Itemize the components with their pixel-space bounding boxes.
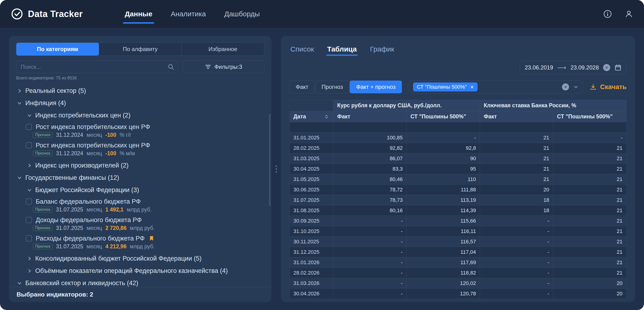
indicator-label[interactable]: Доходы федерального бюджета РФ [36,216,142,224]
chip-remove-icon[interactable]: ✕ [470,84,474,90]
filters-button[interactable]: Фильтры:3 [183,60,264,73]
nav-tab[interactable]: Аналитика [169,0,208,28]
group-header: Курс рубля к доллару США, руб./долл. [333,100,480,111]
category-label: Банковский сектор и ликвидность (42) [25,280,138,287]
app-window: Data Tracker ДанныеАналитикаДашборды [0,0,644,310]
panel-drag-handle[interactable] [275,166,278,172]
left-tab[interactable]: Избранное [181,43,264,55]
tree-category[interactable]: Консолидированный бюджет Российской Феде… [16,252,264,265]
forecast-badge: Прогноз [33,244,53,250]
category-label: Инфляция (4) [25,99,66,107]
indicator-checkbox[interactable] [26,217,32,223]
indicator-checkbox[interactable] [26,142,32,148]
tree-category[interactable]: Индекс потребительских цен (2) [16,109,264,121]
search-icon [168,63,174,70]
table-row [290,122,626,133]
selected-indicators-footer: Выбрано индикаторов: 2 [9,287,272,302]
indicators-panel: По категориямПо алфавитуИзбранное [9,36,272,302]
chevron-icon [28,113,32,117]
user-icon[interactable] [624,10,633,18]
value-cell: - [333,289,407,299]
tree-category[interactable]: Инфляция (4) [16,97,264,109]
scrollbar-thumb[interactable] [269,114,270,206]
indicator-frequency: месяц [86,243,102,250]
value-cell: 92,8 [407,143,480,153]
arrow-right-icon: ⟶ [558,64,566,71]
indicator-checkbox[interactable] [26,124,32,130]
tree-category[interactable]: Объёмные показатели операций Федеральног… [16,265,264,277]
value-cell: 86,07 [333,153,407,164]
value-cell: - [480,289,553,299]
indicator-checkbox[interactable] [26,199,32,205]
filter-icon [205,64,211,70]
brand[interactable]: Data Tracker [11,0,83,28]
nav-tab[interactable]: Дашборды [222,0,262,28]
date-clear-icon[interactable]: ✕ [603,64,610,71]
indicator-date: 31.07.2025 [56,207,83,213]
mode-button[interactable]: Факт + прогноз [350,81,402,93]
value-cell: 92,82 [333,143,407,153]
download-button[interactable]: Скачать [590,83,626,91]
scenario-chip: СТ "Пошлины 500%" ✕ [413,82,478,91]
date-range-picker[interactable]: 23.06.2019 ⟶ 23.09.2028 ✕ [520,61,626,74]
indicator-value: 1 492,1 [106,207,124,213]
chevron-down-icon[interactable] [573,84,578,89]
indicator-value: -100 [106,150,116,157]
indicator-label[interactable]: Расходы федерального бюджета РФ [36,235,145,242]
value-cell: 100,85 [333,133,407,143]
nav-tab[interactable]: Данные [123,0,154,28]
chevron-icon [28,269,32,273]
value-cell: 21 [553,153,626,164]
value-cell: 21 [480,174,553,185]
forecast-badge: Прогноз [33,132,53,138]
mode-button[interactable]: Прогноз [315,81,349,93]
navbar: Data Tracker ДанныеАналитикаДашборды [0,0,644,28]
indicator-value: 4 212,96 [106,243,127,250]
category-label: Реальный сектор (5) [25,87,86,94]
view-tab[interactable]: График [369,42,395,56]
indicator-label[interactable]: Рост индекса потребительских цен РФ [36,123,150,131]
value-cell: 21 [553,226,626,237]
tree-indicator: Расходы федерального бюджета РФПрогноз31… [16,234,264,250]
filters-label: Фильтры:3 [214,63,242,70]
value-cell: 110 [407,174,480,185]
value-cell: 21 [553,185,626,195]
chevron-icon [18,101,22,105]
tree-category[interactable]: Бюджет Российской Федерации (3) [16,184,264,196]
date-row: 23.06.2019 ⟶ 23.09.2028 ✕ [289,61,626,74]
left-tab[interactable]: По алфавиту [99,43,182,55]
scenario-chip-label: СТ "Пошлины 500%" [417,84,467,90]
scenario-select[interactable]: СТ "Пошлины 500%" ✕ ✕ [408,80,584,94]
tree-category[interactable]: Реальный сектор (5) [16,85,264,97]
indicator-label[interactable]: Баланс федерального бюджета РФ [36,198,141,205]
view-tab[interactable]: Таблица [326,42,358,56]
mode-button[interactable]: Факт [289,81,315,93]
table-row: 31.07.202578,73113,191821 [290,195,626,205]
search-row: Фильтры:3 [16,60,264,73]
indicator-checkbox[interactable] [26,235,32,242]
select-icons: ✕ [562,83,578,90]
category-label: Объёмные показатели операций Федеральног… [35,267,228,275]
left-tab[interactable]: По категориям [16,43,99,55]
value-cell: - [333,226,407,237]
column-header-date[interactable]: Дата [290,111,333,122]
value-cell: - [480,278,553,289]
group-header-row: Курс рубля к доллару США, руб./долл.Ключ… [290,100,626,111]
sort-icon[interactable] [324,114,329,120]
indicator-label[interactable]: Рост индекса потребительских цен РФ [36,142,150,149]
tree-category[interactable]: Государственные финансы (12) [16,172,264,184]
tree-category[interactable]: Индекс цен производителей (2) [16,159,264,172]
table-row: 30.06.202578,72111,882021 [290,185,626,195]
chevron-icon [18,176,22,180]
table-body: 31.01.2025100,85-21-28.02.202592,8292,82… [290,122,626,299]
tree-category[interactable]: Банковский сектор и ликвидность (42) [16,277,264,287]
value-cell: 118,82 [407,268,480,278]
view-tab[interactable]: Список [289,42,315,56]
select-clear-icon[interactable]: ✕ [562,83,569,90]
value-cell [553,122,626,133]
search-input[interactable] [16,60,178,73]
date-cell: 31.01.2025 [290,133,333,143]
bookmark-icon[interactable] [148,235,154,242]
calendar-icon[interactable] [614,64,622,71]
info-icon[interactable] [603,10,612,18]
